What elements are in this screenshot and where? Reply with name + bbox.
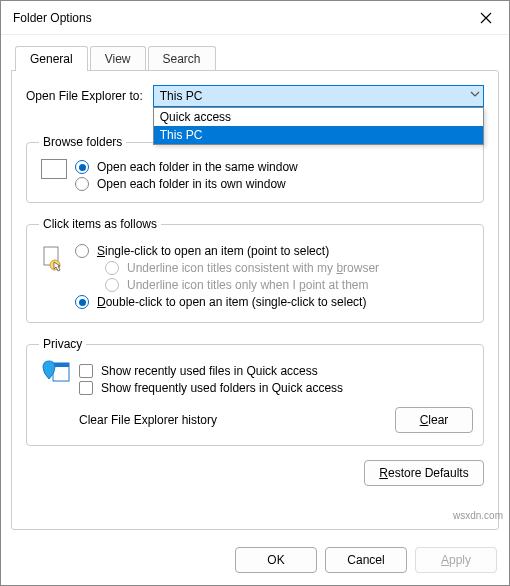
dialog-body: General View Search Open File Explorer t… [1,35,509,585]
radio-underline-point-label: Underline icon titles only when I point … [127,278,368,292]
radio-own-window-label: Open each folder in its own window [97,177,286,191]
close-button[interactable] [463,1,509,35]
radio-single-click-row[interactable]: Single-click to open an item (point to s… [75,244,473,258]
restore-defaults-button[interactable]: Restore Defaults [364,460,484,486]
privacy-icon [41,359,71,386]
titlebar: Folder Options [1,1,509,35]
radio-double-click[interactable] [75,295,89,309]
radio-underline-point [105,278,119,292]
radio-same-window-label: Open each folder in the same window [97,160,298,174]
apply-button: Apply [415,547,497,573]
open-to-combo[interactable]: This PC Quick access This PC [153,85,484,107]
radio-single-click-label: Single-click to open an item (point to s… [97,244,329,258]
combo-dropdown: Quick access This PC [153,107,484,145]
tab-view[interactable]: View [90,46,146,71]
close-icon [480,12,492,24]
clear-history-label: Clear File Explorer history [79,413,217,427]
radio-same-window-row[interactable]: Open each folder in the same window [75,160,473,174]
check-frequent[interactable] [79,381,93,395]
tab-search[interactable]: Search [148,46,216,71]
tab-general[interactable]: General [15,46,88,71]
folder-pair-icon [41,159,67,179]
check-recent[interactable] [79,364,93,378]
click-items-group: Click items as follows Single-click to o… [26,217,484,323]
radio-single-click[interactable] [75,244,89,258]
folder-options-window: Folder Options General View Search Open … [0,0,510,586]
clear-button[interactable]: Clear [395,407,473,433]
check-frequent-row[interactable]: Show frequently used folders in Quick ac… [79,381,473,395]
check-frequent-label: Show frequently used folders in Quick ac… [101,381,343,395]
open-to-row: Open File Explorer to: This PC Quick acc… [26,85,484,107]
radio-own-window-row[interactable]: Open each folder in its own window [75,177,473,191]
cancel-button[interactable]: Cancel [325,547,407,573]
chevron-down-icon [470,88,480,102]
combo-item-this-pc[interactable]: This PC [154,126,483,144]
open-to-label: Open File Explorer to: [26,89,143,103]
browse-folders-group: Browse folders Open each folder in the s… [26,135,484,203]
radio-double-click-label: Double-click to open an item (single-cli… [97,295,366,309]
window-title: Folder Options [1,11,463,25]
combo-display[interactable]: This PC [153,85,484,107]
privacy-legend: Privacy [39,337,86,351]
ok-button[interactable]: OK [235,547,317,573]
restore-row: Restore Defaults [26,460,484,486]
privacy-group: Privacy Show recently used files in Quic… [26,337,484,446]
combo-value: This PC [160,89,203,103]
clear-history-row: Clear File Explorer history Clear [79,407,473,433]
radio-underline-browser [105,261,119,275]
file-click-icon [41,245,65,278]
radio-underline-point-row: Underline icon titles only when I point … [105,278,473,292]
check-recent-label: Show recently used files in Quick access [101,364,318,378]
browse-legend: Browse folders [39,135,126,149]
combo-item-quick-access[interactable]: Quick access [154,108,483,126]
tab-strip: General View Search [15,46,499,71]
watermark: wsxdn.com [453,510,503,521]
radio-underline-browser-label: Underline icon titles consistent with my… [127,261,379,275]
radio-underline-browser-row: Underline icon titles consistent with my… [105,261,473,275]
radio-same-window[interactable] [75,160,89,174]
radio-own-window[interactable] [75,177,89,191]
radio-double-click-row[interactable]: Double-click to open an item (single-cli… [75,295,473,309]
click-legend: Click items as follows [39,217,161,231]
check-recent-row[interactable]: Show recently used files in Quick access [79,364,473,378]
tab-panel-general: Open File Explorer to: This PC Quick acc… [11,70,499,530]
dialog-buttons: OK Cancel Apply [235,547,497,573]
